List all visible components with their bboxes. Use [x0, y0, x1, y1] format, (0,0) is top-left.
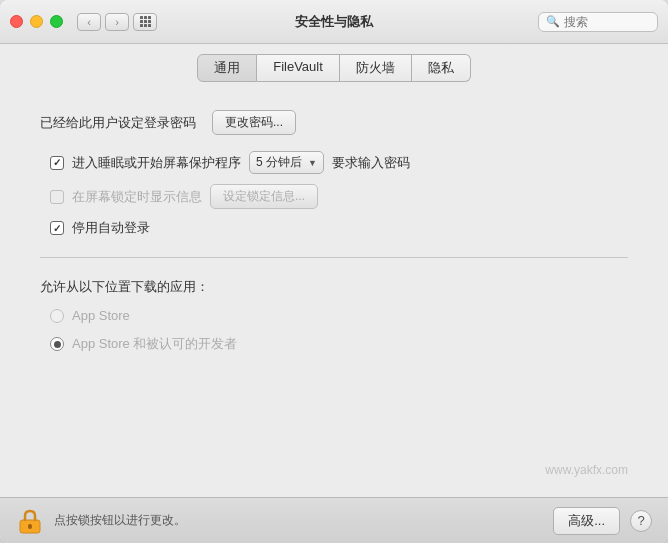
tab-general[interactable]: 通用: [197, 54, 257, 82]
minimize-button[interactable]: [30, 15, 43, 28]
bottom-right: 高级... ?: [553, 507, 652, 535]
sleep-label: 进入睡眠或开始屏幕保护程序: [72, 154, 241, 172]
back-button[interactable]: ‹: [77, 13, 101, 31]
main-content: 已经给此用户设定登录密码 更改密码... 进入睡眠或开始屏幕保护程序 5 分钟后…: [0, 90, 668, 497]
password-section: 已经给此用户设定登录密码 更改密码...: [40, 110, 628, 135]
radio-appstore-dev-label: App Store 和被认可的开发者: [72, 335, 237, 353]
sleep-checkbox-row: 进入睡眠或开始屏幕保护程序 5 分钟后 ▼ 要求输入密码: [50, 151, 628, 174]
watermark: www.yakfx.com: [40, 443, 628, 477]
tab-firewall[interactable]: 防火墙: [340, 54, 412, 82]
watermark-text: www.yakfx.com: [545, 463, 628, 477]
tab-filevault[interactable]: FileVault: [257, 54, 340, 82]
lock-description: 点按锁按钮以进行更改。: [54, 512, 186, 529]
sleep-duration-dropdown[interactable]: 5 分钟后 ▼: [249, 151, 324, 174]
lock-area: 点按锁按钮以进行更改。: [16, 507, 186, 535]
change-password-button[interactable]: 更改密码...: [212, 110, 296, 135]
search-input[interactable]: [564, 15, 644, 29]
svg-rect-1: [28, 524, 32, 529]
tab-privacy[interactable]: 隐私: [412, 54, 471, 82]
auto-login-label: 停用自动登录: [72, 219, 150, 237]
help-button[interactable]: ?: [630, 510, 652, 532]
sleep-duration-value: 5 分钟后: [256, 154, 302, 171]
screen-lock-label: 在屏幕锁定时显示信息: [72, 188, 202, 206]
search-box[interactable]: 🔍: [538, 12, 658, 32]
auto-login-checkbox[interactable]: [50, 221, 64, 235]
allow-section: 允许从以下位置下载的应用： App Store App Store 和被认可的开…: [40, 278, 628, 353]
advanced-button[interactable]: 高级...: [553, 507, 620, 535]
screen-lock-checkbox[interactable]: [50, 190, 64, 204]
lock-icon[interactable]: [16, 507, 44, 535]
radio-appstore-label: App Store: [72, 308, 130, 323]
close-button[interactable]: [10, 15, 23, 28]
maximize-button[interactable]: [50, 15, 63, 28]
password-label: 已经给此用户设定登录密码: [40, 114, 196, 132]
traffic-lights: [10, 15, 63, 28]
radio-appstore[interactable]: [50, 309, 64, 323]
window-title: 安全性与隐私: [295, 13, 373, 31]
radio-appstore-dev[interactable]: [50, 337, 64, 351]
radio-appstore-dev-row: App Store 和被认可的开发者: [50, 335, 628, 353]
forward-button[interactable]: ›: [105, 13, 129, 31]
search-icon: 🔍: [546, 15, 560, 28]
set-lock-button: 设定锁定信息...: [210, 184, 318, 209]
radio-appstore-row: App Store: [50, 308, 628, 323]
require-password-label: 要求输入密码: [332, 154, 410, 172]
window: ‹ › 安全性与隐私 🔍 通用 FileVault 防火墙 隐私 已经给此用户设…: [0, 0, 668, 543]
dropdown-arrow-icon: ▼: [308, 158, 317, 168]
section-divider: [40, 257, 628, 258]
titlebar: ‹ › 安全性与隐私 🔍: [0, 0, 668, 44]
grid-icon: [140, 16, 151, 27]
sleep-checkbox[interactable]: [50, 156, 64, 170]
tabs-bar: 通用 FileVault 防火墙 隐私: [0, 44, 668, 90]
checkboxes-section: 进入睡眠或开始屏幕保护程序 5 分钟后 ▼ 要求输入密码 在屏幕锁定时显示信息 …: [50, 151, 628, 237]
bottom-bar: 点按锁按钮以进行更改。 高级... ?: [0, 497, 668, 543]
allow-title: 允许从以下位置下载的应用：: [40, 278, 628, 296]
screen-lock-checkbox-row: 在屏幕锁定时显示信息 设定锁定信息...: [50, 184, 628, 209]
grid-button[interactable]: [133, 13, 157, 31]
nav-buttons: ‹ ›: [77, 13, 129, 31]
auto-login-checkbox-row: 停用自动登录: [50, 219, 628, 237]
